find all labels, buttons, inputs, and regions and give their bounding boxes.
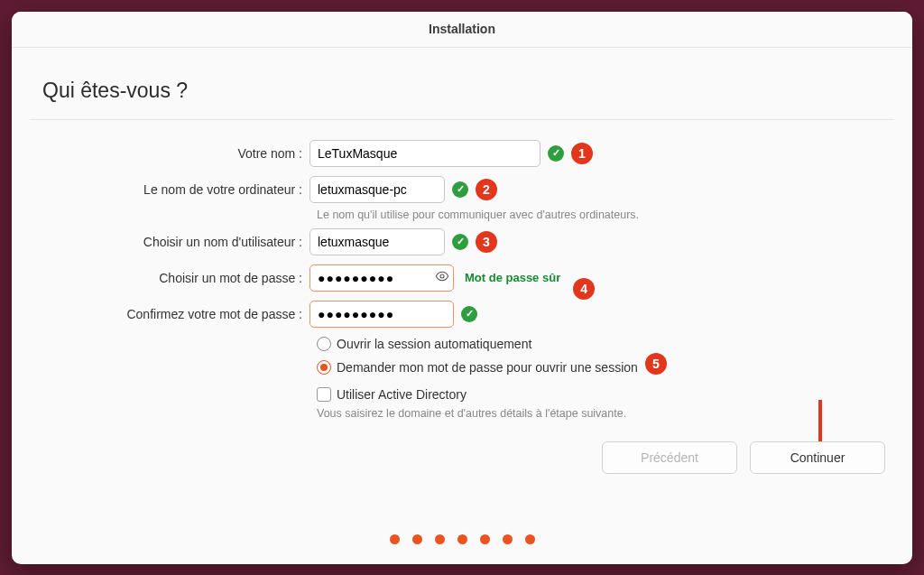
button-row: Précédent Continuer	[602, 441, 885, 474]
annotation-badge-5: 5	[645, 353, 667, 375]
svg-point-0	[440, 274, 444, 278]
check-icon: ✓	[461, 306, 477, 322]
hostname-input[interactable]	[310, 176, 445, 203]
user-form: Votre nom : ✓ 1 Le nom de votre ordinate…	[39, 140, 885, 420]
progress-dot	[412, 534, 422, 544]
progress-dot	[480, 534, 490, 544]
checkbox-active-directory[interactable]: Utiliser Active Directory	[317, 387, 885, 402]
radio-icon	[317, 337, 331, 351]
eye-icon[interactable]	[432, 269, 452, 286]
checkbox-active-directory-label: Utiliser Active Directory	[337, 387, 467, 402]
annotation-badge-3: 3	[476, 231, 497, 253]
label-hostname: Le nom de votre ordinateur :	[39, 182, 310, 197]
check-icon: ✓	[548, 145, 564, 162]
progress-dot	[525, 534, 535, 544]
window-title: Installation	[429, 22, 495, 36]
radio-icon	[317, 360, 331, 375]
check-icon: ✓	[452, 181, 468, 198]
progress-dots	[12, 534, 912, 544]
installer-window: Installation Qui êtes-vous ? Votre nom :…	[12, 12, 912, 564]
check-icon: ✓	[452, 234, 468, 250]
page-heading: Qui êtes-vous ?	[42, 79, 885, 103]
progress-dot	[503, 534, 513, 544]
radio-require-password-label: Demander mon mot de passe pour ouvrir un…	[337, 360, 638, 375]
annotation-badge-4: 4	[573, 278, 595, 300]
progress-dot	[457, 534, 467, 544]
checkbox-icon	[317, 387, 331, 402]
progress-dot	[390, 534, 400, 544]
active-directory-helper: Vous saisirez le domaine et d'autres dét…	[317, 407, 885, 420]
password-strength-label: Mot de passe sûr	[465, 271, 560, 284]
continue-button[interactable]: Continuer	[750, 441, 885, 474]
radio-auto-login[interactable]: Ouvrir la session automatiquement	[317, 337, 885, 351]
back-button[interactable]: Précédent	[602, 441, 737, 474]
label-password: Choisir un mot de passe :	[39, 271, 310, 285]
label-username: Choisir un nom d'utilisateur :	[39, 235, 310, 249]
progress-dot	[435, 534, 445, 544]
name-input[interactable]	[310, 140, 541, 167]
label-name: Votre nom :	[39, 146, 310, 161]
hostname-helper: Le nom qu'il utilise pour communiquer av…	[317, 209, 885, 221]
username-input[interactable]	[310, 228, 445, 255]
confirm-password-input[interactable]	[310, 301, 454, 328]
label-confirm: Confirmez votre mot de passe :	[39, 307, 310, 321]
radio-require-password[interactable]: Demander mon mot de passe pour ouvrir un…	[317, 357, 885, 378]
divider	[30, 119, 894, 120]
annotation-badge-2: 2	[476, 179, 497, 200]
window-titlebar: Installation	[12, 12, 912, 48]
annotation-badge-1: 1	[571, 143, 593, 164]
radio-auto-login-label: Ouvrir la session automatiquement	[337, 337, 531, 351]
content-area: Qui êtes-vous ? Votre nom : ✓ 1 Le nom d…	[12, 48, 912, 564]
